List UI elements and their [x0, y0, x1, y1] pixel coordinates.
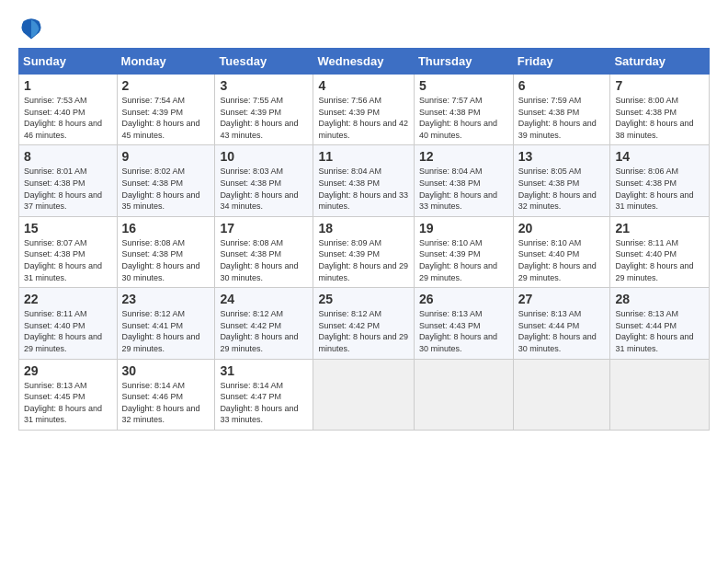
- day-number: 1: [24, 78, 112, 93]
- day-info: Sunrise: 8:13 AMSunset: 4:45 PMDaylight:…: [24, 380, 112, 426]
- day-number: 18: [318, 221, 408, 236]
- calendar-cell: 16 Sunrise: 8:08 AMSunset: 4:38 PMDaylig…: [117, 216, 215, 287]
- day-info: Sunrise: 8:07 AMSunset: 4:38 PMDaylight:…: [24, 237, 112, 283]
- calendar-week-3: 15 Sunrise: 8:07 AMSunset: 4:38 PMDaylig…: [19, 216, 710, 287]
- day-info: Sunrise: 8:05 AMSunset: 4:38 PMDaylight:…: [518, 166, 606, 212]
- day-info: Sunrise: 7:54 AMSunset: 4:39 PMDaylight:…: [122, 95, 210, 141]
- day-info: Sunrise: 8:11 AMSunset: 4:40 PMDaylight:…: [24, 308, 112, 354]
- calendar-cell: 25 Sunrise: 8:12 AMSunset: 4:42 PMDaylig…: [313, 288, 414, 359]
- day-number: 27: [518, 292, 606, 306]
- day-number: 11: [318, 149, 408, 164]
- day-number: 19: [419, 221, 508, 236]
- day-number: 6: [518, 78, 606, 93]
- day-info: Sunrise: 8:09 AMSunset: 4:39 PMDaylight:…: [318, 237, 408, 283]
- calendar-week-1: 1 Sunrise: 7:53 AMSunset: 4:40 PMDayligh…: [19, 75, 710, 145]
- day-number: 10: [220, 149, 308, 164]
- calendar-cell: 29 Sunrise: 8:13 AMSunset: 4:45 PMDaylig…: [19, 359, 118, 430]
- calendar-week-2: 8 Sunrise: 8:01 AMSunset: 4:38 PMDayligh…: [19, 145, 710, 216]
- calendar-cell: 5 Sunrise: 7:57 AMSunset: 4:38 PMDayligh…: [414, 75, 513, 145]
- calendar-cell: 3 Sunrise: 7:55 AMSunset: 4:39 PMDayligh…: [215, 75, 313, 145]
- day-info: Sunrise: 8:12 AMSunset: 4:42 PMDaylight:…: [220, 308, 308, 354]
- calendar-cell: 30 Sunrise: 8:14 AMSunset: 4:46 PMDaylig…: [117, 359, 215, 430]
- day-info: Sunrise: 8:13 AMSunset: 4:44 PMDaylight:…: [615, 308, 704, 354]
- weekday-header-sunday: Sunday: [19, 49, 118, 75]
- day-number: 24: [220, 292, 308, 306]
- calendar-cell: 21 Sunrise: 8:11 AMSunset: 4:40 PMDaylig…: [610, 216, 710, 287]
- weekday-header-wednesday: Wednesday: [313, 49, 414, 75]
- calendar-week-4: 22 Sunrise: 8:11 AMSunset: 4:40 PMDaylig…: [19, 288, 710, 359]
- day-info: Sunrise: 8:10 AMSunset: 4:40 PMDaylight:…: [518, 237, 606, 283]
- day-number: 3: [220, 78, 308, 93]
- calendar-cell: 26 Sunrise: 8:13 AMSunset: 4:43 PMDaylig…: [414, 288, 513, 359]
- day-number: 26: [419, 292, 508, 306]
- day-info: Sunrise: 8:08 AMSunset: 4:38 PMDaylight:…: [220, 237, 308, 283]
- day-info: Sunrise: 8:06 AMSunset: 4:38 PMDaylight:…: [615, 166, 704, 212]
- day-number: 30: [122, 363, 210, 378]
- day-info: Sunrise: 8:04 AMSunset: 4:38 PMDaylight:…: [419, 166, 508, 212]
- logo: [18, 15, 48, 40]
- calendar-cell: 20 Sunrise: 8:10 AMSunset: 4:40 PMDaylig…: [513, 216, 610, 287]
- calendar-cell: 28 Sunrise: 8:13 AMSunset: 4:44 PMDaylig…: [610, 288, 710, 359]
- calendar-cell: 14 Sunrise: 8:06 AMSunset: 4:38 PMDaylig…: [610, 145, 710, 216]
- day-info: Sunrise: 8:12 AMSunset: 4:41 PMDaylight:…: [122, 308, 210, 354]
- day-number: 23: [122, 292, 210, 306]
- day-number: 25: [318, 292, 408, 306]
- calendar-cell: 19 Sunrise: 8:10 AMSunset: 4:39 PMDaylig…: [414, 216, 513, 287]
- calendar-cell: 23 Sunrise: 8:12 AMSunset: 4:41 PMDaylig…: [117, 288, 215, 359]
- day-info: Sunrise: 7:56 AMSunset: 4:39 PMDaylight:…: [318, 95, 408, 141]
- day-info: Sunrise: 8:10 AMSunset: 4:39 PMDaylight:…: [419, 237, 508, 283]
- day-number: 4: [318, 78, 408, 93]
- day-info: Sunrise: 8:11 AMSunset: 4:40 PMDaylight:…: [615, 237, 704, 283]
- weekday-header-tuesday: Tuesday: [215, 49, 313, 75]
- day-number: 15: [24, 221, 112, 236]
- day-number: 22: [24, 292, 112, 306]
- calendar-cell: 6 Sunrise: 7:59 AMSunset: 4:38 PMDayligh…: [513, 75, 610, 145]
- day-info: Sunrise: 8:04 AMSunset: 4:38 PMDaylight:…: [318, 166, 408, 212]
- day-number: 31: [220, 363, 308, 378]
- calendar-cell: 15 Sunrise: 8:07 AMSunset: 4:38 PMDaylig…: [19, 216, 118, 287]
- day-info: Sunrise: 8:03 AMSunset: 4:38 PMDaylight:…: [220, 166, 308, 212]
- day-info: Sunrise: 8:08 AMSunset: 4:38 PMDaylight:…: [122, 237, 210, 283]
- calendar-cell: 24 Sunrise: 8:12 AMSunset: 4:42 PMDaylig…: [215, 288, 313, 359]
- calendar-cell: 2 Sunrise: 7:54 AMSunset: 4:39 PMDayligh…: [117, 75, 215, 145]
- day-number: 12: [419, 149, 508, 164]
- calendar-cell: 22 Sunrise: 8:11 AMSunset: 4:40 PMDaylig…: [19, 288, 118, 359]
- logo-icon: [18, 15, 44, 40]
- weekday-header-friday: Friday: [513, 49, 610, 75]
- weekday-header-monday: Monday: [117, 49, 215, 75]
- calendar-cell: 8 Sunrise: 8:01 AMSunset: 4:38 PMDayligh…: [19, 145, 118, 216]
- day-info: Sunrise: 7:53 AMSunset: 4:40 PMDaylight:…: [24, 95, 112, 141]
- day-info: Sunrise: 8:14 AMSunset: 4:47 PMDaylight:…: [220, 380, 308, 426]
- calendar-cell: 1 Sunrise: 7:53 AMSunset: 4:40 PMDayligh…: [19, 75, 118, 145]
- calendar-cell: 27 Sunrise: 8:13 AMSunset: 4:44 PMDaylig…: [513, 288, 610, 359]
- calendar-cell: 10 Sunrise: 8:03 AMSunset: 4:38 PMDaylig…: [215, 145, 313, 216]
- calendar-cell: 11 Sunrise: 8:04 AMSunset: 4:38 PMDaylig…: [313, 145, 414, 216]
- day-number: 14: [615, 149, 704, 164]
- weekday-header-thursday: Thursday: [414, 49, 513, 75]
- calendar-cell: 7 Sunrise: 8:00 AMSunset: 4:38 PMDayligh…: [610, 75, 710, 145]
- day-number: 17: [220, 221, 308, 236]
- day-info: Sunrise: 8:13 AMSunset: 4:43 PMDaylight:…: [419, 308, 508, 354]
- day-number: 20: [518, 221, 606, 236]
- day-number: 7: [615, 78, 704, 93]
- day-info: Sunrise: 8:01 AMSunset: 4:38 PMDaylight:…: [24, 166, 112, 212]
- day-number: 2: [122, 78, 210, 93]
- day-info: Sunrise: 8:02 AMSunset: 4:38 PMDaylight:…: [122, 166, 210, 212]
- day-number: 21: [615, 221, 704, 236]
- day-info: Sunrise: 8:14 AMSunset: 4:46 PMDaylight:…: [122, 380, 210, 426]
- day-number: 5: [419, 78, 508, 93]
- calendar-cell: [610, 359, 710, 430]
- calendar-cell: 9 Sunrise: 8:02 AMSunset: 4:38 PMDayligh…: [117, 145, 215, 216]
- calendar-cell: 18 Sunrise: 8:09 AMSunset: 4:39 PMDaylig…: [313, 216, 414, 287]
- day-info: Sunrise: 8:13 AMSunset: 4:44 PMDaylight:…: [518, 308, 606, 354]
- calendar: SundayMondayTuesdayWednesdayThursdayFrid…: [18, 48, 710, 431]
- day-info: Sunrise: 8:12 AMSunset: 4:42 PMDaylight:…: [318, 308, 408, 354]
- day-number: 29: [24, 363, 112, 378]
- day-info: Sunrise: 8:00 AMSunset: 4:38 PMDaylight:…: [615, 95, 704, 141]
- day-number: 16: [122, 221, 210, 236]
- page-header: [18, 15, 710, 40]
- calendar-cell: 31 Sunrise: 8:14 AMSunset: 4:47 PMDaylig…: [215, 359, 313, 430]
- day-info: Sunrise: 7:57 AMSunset: 4:38 PMDaylight:…: [419, 95, 508, 141]
- calendar-cell: 17 Sunrise: 8:08 AMSunset: 4:38 PMDaylig…: [215, 216, 313, 287]
- calendar-week-5: 29 Sunrise: 8:13 AMSunset: 4:45 PMDaylig…: [19, 359, 710, 430]
